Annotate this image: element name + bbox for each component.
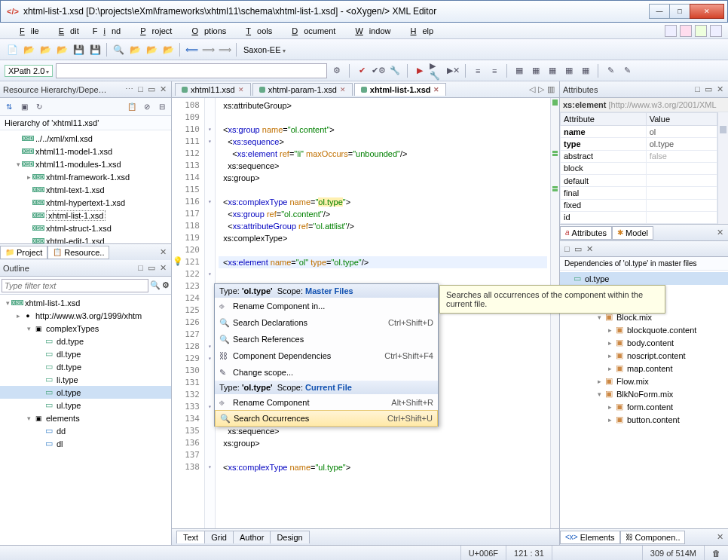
col-value[interactable]: Value (646, 113, 717, 126)
attr-tabs-close-icon[interactable]: ✕ (712, 228, 728, 237)
save-all-icon[interactable]: 💾 (87, 42, 102, 57)
attr-row[interactable]: default (561, 175, 717, 187)
tree-item[interactable]: XSD../../xml/xml.xsd (0, 132, 171, 145)
attr-row[interactable]: final (561, 187, 717, 199)
tree-item[interactable]: ▸XSDxhtml-framework-1.xsd (0, 170, 171, 183)
engine-selector[interactable]: Saxon-EE (240, 45, 289, 54)
toolbar-icon-b[interactable]: ≡ (488, 64, 501, 78)
ctx-item[interactable]: 🔍Search DeclarationsCtrl+Shift+D (215, 314, 438, 331)
quickfix-bulb-icon[interactable]: 💡 (173, 256, 183, 266)
tree-item[interactable]: ▾XSDxhtml-list-1.xsd (0, 296, 171, 309)
ctx-item[interactable]: 🔍Search References (215, 331, 438, 347)
attr-pin-icon[interactable]: □ (693, 84, 702, 94)
menu-file[interactable]: File (8, 25, 45, 37)
toolbar-icon-i[interactable]: ✎ (620, 64, 634, 78)
wrench-icon[interactable]: 🔧 (388, 64, 402, 78)
tree-item[interactable]: ▸▣map.content (560, 362, 728, 375)
hier-filter-icon[interactable]: ▣ (18, 101, 30, 113)
mode-tab-text[interactable]: Text (176, 531, 205, 543)
hier-collapse-icon[interactable]: ⊟ (156, 101, 168, 113)
minimize-button[interactable]: — (649, 4, 670, 19)
perspective-icon-4[interactable] (710, 25, 722, 37)
tree-item[interactable]: XSDxhtml-edit-1.xsd (0, 234, 171, 243)
tree-item[interactable]: ▾▣elements (0, 412, 171, 424)
tab-resource[interactable]: 📋Resource.. (47, 246, 109, 259)
new-file-icon[interactable]: 📄 (5, 42, 20, 57)
tree-item[interactable]: XSDxhtml-list-1.xsd (0, 209, 171, 222)
mode-tab-design[interactable]: Design (270, 531, 309, 543)
toolbar-icon-e[interactable]: ▦ (546, 64, 559, 78)
tab-prev-icon[interactable]: ◁ (529, 84, 535, 94)
hier-stop-icon[interactable]: ⊘ (141, 101, 153, 113)
tab-project[interactable]: 📁Project (0, 246, 47, 259)
editor-tab[interactable]: xhtml-param-1.xsd✕ (252, 83, 353, 96)
ctx-item[interactable]: ⛓Component DependenciesCtrl+Shift+F4 (215, 347, 438, 364)
last-mod-icon[interactable]: ⟹ (217, 42, 232, 57)
dep-pin-icon[interactable]: □ (563, 244, 571, 254)
tree-item[interactable]: ▭ul.type (0, 399, 171, 412)
validate-config-icon[interactable]: ✔⚙ (372, 64, 385, 78)
tree-item[interactable]: ▭ol.type (560, 272, 728, 285)
close-button[interactable]: ✕ (690, 4, 724, 19)
tree-item[interactable]: ▸●http://www.w3.org/1999/xhtm (0, 309, 171, 322)
tree-item[interactable]: ▸▣blockquote.content (560, 323, 728, 336)
tree-item[interactable]: ▾▣BlkNoForm.mix (560, 387, 728, 400)
attr-row[interactable]: fixed (561, 199, 717, 211)
editor-tab[interactable]: xhtml-list-1.xsd✕ (354, 83, 447, 96)
tree-item[interactable]: ▭dl.type (0, 347, 171, 360)
xq-icon[interactable] (695, 25, 707, 37)
tree-item[interactable]: ▸▣Flow.mix (560, 375, 728, 387)
menu-window[interactable]: Window (343, 25, 396, 37)
menu-project[interactable]: Project (128, 25, 178, 37)
menu-options[interactable]: Options (179, 25, 232, 37)
menu-tools[interactable]: Tools (234, 25, 278, 37)
outline-tree[interactable]: ▾XSDxhtml-list-1.xsd▸●http://www.w3.org/… (0, 295, 171, 545)
col-attribute[interactable]: Attribute (561, 113, 647, 126)
find-files-icon[interactable]: 📂 (144, 42, 159, 57)
xpath-opts-icon[interactable]: ⚙ (330, 64, 344, 78)
xpath-input[interactable] (56, 63, 327, 78)
panel-close-icon[interactable]: ✕ (158, 84, 168, 94)
toolbar-icon-f[interactable]: ▦ (562, 64, 576, 78)
back-icon[interactable]: ⟸ (184, 42, 199, 57)
mode-tab-author[interactable]: Author (233, 531, 271, 543)
mode-tab-grid[interactable]: Grid (204, 531, 234, 543)
tree-item[interactable]: ▸▣form.content (560, 400, 728, 413)
tree-item[interactable]: ▭dd.type (0, 335, 171, 347)
tree-item[interactable]: XSDxhtml-text-1.xsd (0, 183, 171, 196)
tab-next-icon[interactable]: ▷ (538, 84, 544, 94)
xslt-icon[interactable] (680, 25, 692, 37)
validate-icon[interactable]: ✔ (355, 64, 369, 78)
tree-item[interactable]: XSDxhtml-hypertext-1.xsd (0, 196, 171, 209)
right-tabs-close-icon[interactable]: ✕ (712, 532, 728, 542)
tree-item[interactable]: ▭dl (0, 437, 171, 450)
ctx-item[interactable]: ✎Change scope... (215, 364, 438, 381)
open-url-icon[interactable]: 📂 (38, 42, 53, 57)
menu-edit[interactable]: Edit (47, 25, 85, 37)
xpath-version[interactable]: XPath 2.0 (5, 65, 53, 77)
panel-menu-icon[interactable]: ⋯ (124, 84, 135, 94)
find-replace-icon[interactable]: 📂 (127, 42, 142, 57)
attr-close-icon[interactable]: ✕ (715, 84, 725, 94)
attr-scrollbar[interactable] (717, 112, 728, 224)
toolbar-icon-a[interactable]: ≡ (471, 64, 485, 78)
status-gc-icon[interactable]: 🗑 (704, 546, 728, 560)
tree-item[interactable]: ▾▣complexTypes (0, 322, 171, 335)
outline-close-icon[interactable]: ✕ (158, 263, 168, 273)
transform-config-icon[interactable]: ▶🔧 (430, 64, 443, 78)
tree-item[interactable]: ▸▣body.content (560, 336, 728, 349)
attributes-table[interactable]: AttributeValue nameoltypeol.typeabstract… (560, 112, 717, 224)
outline-settings-icon[interactable]: ⚙ (162, 280, 170, 290)
search-icon[interactable]: 🔍 (111, 42, 126, 57)
open-icon[interactable]: 📂 (21, 42, 36, 57)
menu-find[interactable]: Find (87, 25, 127, 37)
hier-mode-icon[interactable]: ⇅ (3, 101, 15, 113)
hierarchy-tree[interactable]: XSD../../xml/xml.xsdXSDxhtml11-model-1.x… (0, 130, 171, 243)
tab-model[interactable]: ✱Model (612, 226, 653, 240)
panel-min-icon[interactable]: ▭ (146, 84, 157, 94)
dep-close-icon[interactable]: ✕ (585, 244, 595, 254)
hier-refresh-icon[interactable]: ↻ (33, 101, 45, 113)
menu-document[interactable]: Document (280, 25, 341, 37)
filter-search-icon[interactable]: 🔍 (150, 280, 161, 290)
tab-elements[interactable]: <x>Elements (560, 531, 620, 544)
